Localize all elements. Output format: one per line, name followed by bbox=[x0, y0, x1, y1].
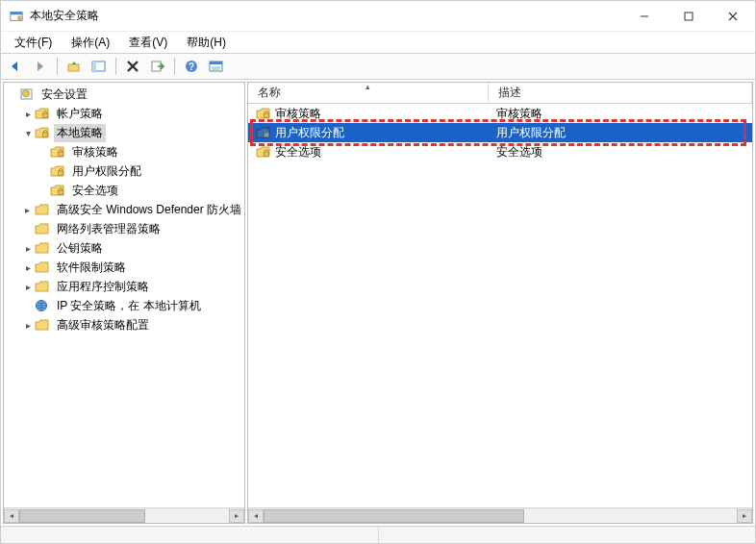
list-row-audit-policy[interactable]: 审核策略 审核策略 bbox=[248, 104, 752, 123]
chevron-right-icon[interactable]: ▸ bbox=[21, 107, 35, 120]
folder-icon bbox=[35, 202, 50, 217]
scroll-track[interactable] bbox=[19, 509, 229, 523]
cell-name: 用户权限分配 bbox=[275, 125, 344, 141]
tree-item-ip-security[interactable]: ▸IP 安全策略，在 本地计算机 bbox=[4, 296, 244, 315]
app-icon bbox=[9, 9, 24, 24]
folder-icon bbox=[35, 317, 50, 333]
main-area: ▸ 安全设置 ▸帐户策略 ▾本地策略 ▸审核策略 ▸用户权限分配 ▸安全选项 bbox=[1, 80, 755, 526]
menu-action[interactable]: 操作(A) bbox=[62, 33, 119, 53]
list-pane: 名称▴ 描述 审核策略 审核策略 用户权限分配 用户权限分配 安全选项 安全选项… bbox=[247, 82, 753, 524]
scroll-thumb[interactable] bbox=[19, 509, 145, 523]
cell-desc: 审核策略 bbox=[496, 106, 542, 122]
chevron-down-icon[interactable]: ▾ bbox=[21, 126, 35, 139]
tree-pane: ▸ 安全设置 ▸帐户策略 ▾本地策略 ▸审核策略 ▸用户权限分配 ▸安全选项 bbox=[3, 82, 245, 524]
list-rows[interactable]: 审核策略 审核策略 用户权限分配 用户权限分配 安全选项 安全选项 bbox=[248, 104, 752, 507]
tree-item-software-restriction[interactable]: ▸软件限制策略 bbox=[4, 258, 244, 277]
separator-icon bbox=[57, 58, 58, 75]
folder-lock-icon bbox=[50, 163, 65, 179]
svg-rect-22 bbox=[59, 152, 63, 157]
column-label: 描述 bbox=[498, 85, 521, 101]
svg-rect-24 bbox=[59, 190, 63, 195]
chevron-right-icon[interactable]: ▸ bbox=[21, 260, 35, 274]
security-settings-icon bbox=[19, 87, 35, 102]
cell-desc: 安全选项 bbox=[496, 144, 542, 161]
tree-label: 高级安全 Windows Defender 防火墙 bbox=[54, 201, 244, 219]
folder-lock-icon bbox=[50, 183, 65, 198]
tree-label: 审核策略 bbox=[69, 143, 121, 161]
titlebar: 本地安全策略 bbox=[1, 1, 755, 32]
tree-item-network-list[interactable]: ▸网络列表管理器策略 bbox=[4, 219, 244, 238]
folder-lock-icon bbox=[256, 144, 271, 160]
status-cell bbox=[1, 527, 378, 543]
back-button[interactable] bbox=[5, 56, 26, 77]
svg-rect-26 bbox=[265, 113, 269, 118]
properties-button[interactable] bbox=[206, 56, 227, 77]
tree-item-defender-firewall[interactable]: ▸高级安全 Windows Defender 防火墙 bbox=[4, 200, 244, 219]
scroll-track[interactable] bbox=[264, 509, 737, 523]
column-label: 名称 bbox=[258, 85, 281, 101]
folder-icon bbox=[35, 279, 50, 294]
tree-item-app-control[interactable]: ▸应用程序控制策略 bbox=[4, 277, 244, 296]
up-button[interactable] bbox=[63, 56, 85, 77]
sort-asc-icon: ▴ bbox=[365, 82, 370, 91]
chevron-right-icon[interactable]: ▸ bbox=[21, 280, 35, 293]
list-row-security-options[interactable]: 安全选项 安全选项 bbox=[248, 142, 752, 161]
show-hide-tree-button[interactable] bbox=[88, 56, 110, 77]
scroll-thumb[interactable] bbox=[264, 509, 524, 523]
scroll-left-icon[interactable]: ◂ bbox=[4, 509, 19, 523]
list-row-user-rights[interactable]: 用户权限分配 用户权限分配 bbox=[248, 123, 752, 142]
tree-item-audit-policy[interactable]: ▸审核策略 bbox=[4, 142, 244, 161]
folder-lock-icon bbox=[35, 106, 50, 121]
column-header-name[interactable]: 名称▴ bbox=[248, 83, 489, 103]
close-button[interactable] bbox=[711, 1, 755, 32]
status-cell bbox=[378, 527, 756, 543]
statusbar bbox=[1, 526, 755, 543]
tree[interactable]: ▸ 安全设置 ▸帐户策略 ▾本地策略 ▸审核策略 ▸用户权限分配 ▸安全选项 bbox=[4, 83, 244, 507]
tree-item-security-options[interactable]: ▸安全选项 bbox=[4, 181, 244, 200]
chevron-right-icon[interactable]: ▸ bbox=[21, 241, 35, 255]
scroll-left-icon[interactable]: ◂ bbox=[248, 509, 264, 523]
tree-root-security-settings[interactable]: ▸ 安全设置 bbox=[4, 85, 244, 104]
forward-button[interactable] bbox=[30, 56, 51, 77]
svg-rect-16 bbox=[210, 62, 222, 64]
toolbar: ? bbox=[1, 53, 755, 80]
menu-help[interactable]: 帮助(H) bbox=[177, 33, 236, 53]
export-button[interactable] bbox=[147, 56, 168, 77]
tree-horizontal-scrollbar[interactable]: ◂ ▸ bbox=[4, 507, 244, 523]
tree-label: 用户权限分配 bbox=[69, 162, 144, 181]
list-horizontal-scrollbar[interactable]: ◂ ▸ bbox=[248, 507, 752, 523]
svg-rect-7 bbox=[68, 64, 79, 71]
maximize-button[interactable] bbox=[667, 1, 711, 32]
tree-label: 应用程序控制策略 bbox=[54, 278, 152, 296]
svg-point-2 bbox=[18, 15, 22, 19]
tree-item-public-key[interactable]: ▸公钥策略 bbox=[4, 238, 244, 258]
tree-item-user-rights[interactable]: ▸用户权限分配 bbox=[4, 161, 244, 181]
chevron-right-icon[interactable]: ▸ bbox=[21, 318, 35, 332]
minimize-button[interactable] bbox=[622, 1, 667, 32]
folder-lock-icon bbox=[256, 106, 271, 121]
folder-lock-icon bbox=[256, 125, 271, 140]
folder-icon bbox=[35, 221, 50, 236]
folder-lock-icon bbox=[35, 125, 50, 140]
ipsec-icon bbox=[35, 298, 50, 313]
scroll-right-icon[interactable]: ▸ bbox=[229, 509, 244, 523]
separator-icon bbox=[174, 58, 175, 75]
tree-label: 软件限制策略 bbox=[54, 259, 129, 277]
tree-item-local-policy[interactable]: ▾本地策略 bbox=[4, 123, 244, 142]
tree-label: 安全选项 bbox=[69, 182, 121, 200]
menu-file[interactable]: 文件(F) bbox=[5, 33, 62, 53]
tree-label: 网络列表管理器策略 bbox=[54, 220, 164, 238]
delete-button[interactable] bbox=[122, 56, 143, 77]
scroll-right-icon[interactable]: ▸ bbox=[737, 509, 752, 523]
help-button[interactable]: ? bbox=[181, 56, 202, 77]
tree-label: 帐户策略 bbox=[54, 105, 106, 123]
tree-item-advanced-audit[interactable]: ▸高级审核策略配置 bbox=[4, 315, 244, 334]
folder-icon bbox=[35, 260, 50, 275]
tree-label: 高级审核策略配置 bbox=[54, 316, 152, 334]
menu-view[interactable]: 查看(V) bbox=[119, 33, 177, 53]
chevron-right-icon[interactable]: ▸ bbox=[21, 203, 35, 216]
cell-desc: 用户权限分配 bbox=[496, 125, 566, 141]
column-header-desc[interactable]: 描述 bbox=[489, 83, 752, 103]
tree-item-account-policy[interactable]: ▸帐户策略 bbox=[4, 104, 244, 123]
svg-rect-9 bbox=[92, 62, 96, 71]
